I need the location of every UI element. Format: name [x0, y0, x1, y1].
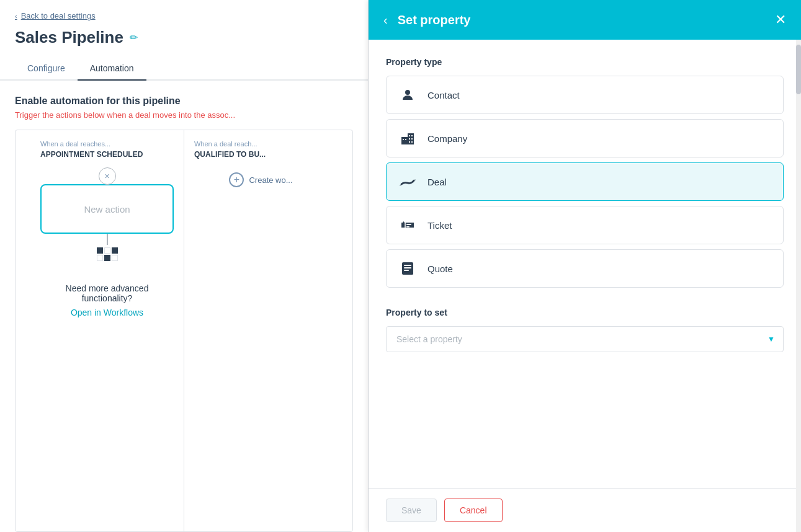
finish-cell	[104, 255, 110, 261]
back-chevron-icon: ‹	[15, 12, 17, 20]
property-type-ticket[interactable]: Ticket	[386, 206, 784, 244]
property-type-quote[interactable]: Quote	[386, 249, 784, 288]
plus-circle-icon: +	[229, 172, 244, 187]
cancel-button[interactable]: Cancel	[444, 499, 503, 522]
create-workflow-button[interactable]: + Create wo...	[229, 167, 292, 192]
close-icon: ✕	[775, 12, 786, 27]
svg-rect-17	[404, 270, 409, 271]
create-workflow-label: Create wo...	[249, 175, 292, 185]
close-icon: ×	[104, 171, 109, 181]
col1-label: When a deal reaches...	[40, 140, 110, 148]
deal-icon	[398, 172, 418, 192]
property-type-contact[interactable]: Contact	[386, 76, 784, 114]
company-label: Company	[427, 133, 467, 144]
svg-marker-13	[403, 221, 405, 223]
edit-icon[interactable]: ✏	[130, 32, 138, 43]
advanced-section: Need more advanced functionality? Open i…	[40, 271, 174, 333]
svg-rect-2	[408, 133, 414, 144]
col2-stage: QUALIFIED TO BU...	[194, 150, 266, 159]
scrollbar-track	[796, 40, 801, 532]
panel-footer: Save Cancel	[369, 488, 801, 532]
col1-stage: APPOINTMENT SCHEDULED	[40, 150, 143, 159]
ticket-label: Ticket	[427, 220, 452, 231]
open-in-workflows-link[interactable]: Open in Workflows	[71, 308, 143, 317]
scrollbar-thumb[interactable]	[796, 45, 801, 94]
connector-line	[107, 234, 108, 245]
tab-configure[interactable]: Configure	[15, 57, 78, 81]
property-type-company[interactable]: Company	[386, 119, 784, 157]
panel-body: Property type Contact	[369, 40, 801, 488]
remove-action-button[interactable]: ×	[99, 167, 116, 185]
pipeline-columns: When a deal reaches... APPOINTMENT SCHED…	[15, 130, 353, 532]
new-action-container: × New action	[40, 167, 174, 261]
back-arrow-icon: ‹	[383, 13, 388, 27]
panel-close-button[interactable]: ✕	[775, 13, 786, 27]
finish-cell	[112, 255, 118, 261]
finish-icon	[97, 247, 118, 261]
tabs-row: Configure Automation	[0, 57, 368, 81]
svg-rect-4	[405, 139, 406, 140]
ticket-icon	[398, 215, 418, 235]
left-panel: ‹ Back to deal settings Sales Pipeline ✏…	[0, 0, 369, 532]
automation-section: Enable automation for this pipeline Trig…	[0, 81, 368, 130]
svg-rect-11	[406, 224, 411, 225]
pipeline-col-qualified: When a deal reach... QUALIFIED TO BU... …	[184, 130, 338, 531]
right-panel: ‹ Set property ✕ Property type Contact	[369, 0, 801, 532]
svg-rect-10	[411, 141, 413, 143]
finish-cell	[104, 247, 110, 254]
property-type-deal[interactable]: Deal	[386, 162, 784, 201]
save-button[interactable]: Save	[386, 499, 437, 522]
svg-rect-15	[404, 265, 411, 266]
col2-label: When a deal reach...	[194, 140, 257, 148]
property-to-set-section: Property to set Select a property ▼	[386, 308, 784, 352]
panel-title: Set property	[398, 13, 775, 27]
new-action-box[interactable]: New action	[40, 184, 174, 234]
finish-cell	[112, 247, 118, 254]
quote-label: Quote	[427, 264, 453, 274]
quote-icon	[398, 259, 418, 278]
automation-title: Enable automation for this pipeline	[15, 95, 353, 107]
back-link-label: Back to deal settings	[21, 11, 96, 20]
svg-rect-9	[409, 141, 410, 143]
svg-rect-16	[404, 267, 411, 268]
company-icon	[398, 128, 418, 148]
svg-rect-5	[409, 135, 410, 136]
property-type-list: Contact	[386, 76, 784, 288]
svg-rect-8	[411, 138, 413, 140]
select-property-dropdown[interactable]: Select a property	[386, 326, 784, 352]
tab-automation[interactable]: Automation	[78, 57, 146, 81]
pipeline-col-appointment: When a deal reaches... APPOINTMENT SCHED…	[30, 130, 184, 531]
page-title: Sales Pipeline	[15, 28, 123, 47]
finish-cell	[97, 255, 103, 261]
deal-label: Deal	[427, 177, 447, 187]
contact-icon	[398, 85, 418, 105]
svg-rect-6	[411, 135, 413, 136]
svg-rect-7	[409, 138, 410, 140]
property-type-label: Property type	[386, 57, 784, 67]
select-property-wrapper: Select a property ▼	[386, 326, 784, 352]
svg-rect-3	[403, 139, 404, 140]
svg-point-0	[405, 90, 410, 95]
svg-rect-1	[401, 137, 408, 144]
new-action-label: New action	[84, 204, 130, 215]
advanced-text: Need more advanced functionality?	[55, 283, 159, 303]
finish-cell	[97, 247, 103, 254]
panel-back-button[interactable]: ‹	[383, 14, 388, 26]
property-to-set-label: Property to set	[386, 308, 784, 317]
panel-header: ‹ Set property ✕	[369, 0, 801, 40]
svg-rect-12	[406, 226, 409, 228]
page-title-row: Sales Pipeline ✏	[0, 25, 368, 57]
back-to-deal-settings-link[interactable]: ‹ Back to deal settings	[0, 0, 368, 25]
contact-label: Contact	[427, 90, 460, 100]
automation-subtitle: Trigger the actions below when a deal mo…	[15, 110, 353, 120]
